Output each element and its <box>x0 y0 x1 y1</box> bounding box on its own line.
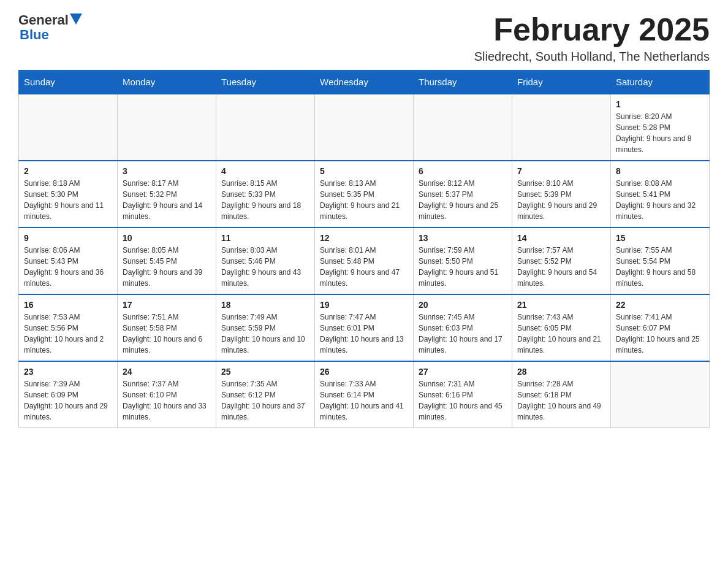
day-info: Sunrise: 7:51 AMSunset: 5:58 PMDaylight:… <box>123 312 211 356</box>
calendar-cell: 23Sunrise: 7:39 AMSunset: 6:09 PMDayligh… <box>19 361 118 428</box>
day-info: Sunrise: 8:15 AMSunset: 5:33 PMDaylight:… <box>221 178 309 222</box>
day-info: Sunrise: 7:45 AMSunset: 6:03 PMDaylight:… <box>419 312 507 356</box>
day-info: Sunrise: 7:53 AMSunset: 5:56 PMDaylight:… <box>24 312 112 356</box>
day-number: 19 <box>320 300 408 310</box>
day-info: Sunrise: 7:49 AMSunset: 5:59 PMDaylight:… <box>221 312 309 356</box>
day-number: 22 <box>616 300 704 310</box>
calendar-cell <box>611 361 710 428</box>
week-row-1: 1Sunrise: 8:20 AMSunset: 5:28 PMDaylight… <box>19 94 710 161</box>
day-info: Sunrise: 7:37 AMSunset: 6:10 PMDaylight:… <box>123 378 211 423</box>
calendar-cell: 15Sunrise: 7:55 AMSunset: 5:54 PMDayligh… <box>611 228 710 294</box>
calendar-cell <box>216 94 315 161</box>
day-info: Sunrise: 8:13 AMSunset: 5:35 PMDaylight:… <box>320 178 408 222</box>
week-row-5: 23Sunrise: 7:39 AMSunset: 6:09 PMDayligh… <box>19 361 710 428</box>
calendar-cell: 24Sunrise: 7:37 AMSunset: 6:10 PMDayligh… <box>118 361 216 428</box>
day-info: Sunrise: 7:28 AMSunset: 6:18 PMDaylight:… <box>517 378 605 423</box>
calendar-cell: 17Sunrise: 7:51 AMSunset: 5:58 PMDayligh… <box>118 294 216 361</box>
day-info: Sunrise: 8:03 AMSunset: 5:46 PMDaylight:… <box>221 245 309 289</box>
calendar-cell: 27Sunrise: 7:31 AMSunset: 6:16 PMDayligh… <box>414 361 512 428</box>
day-number: 25 <box>221 367 309 377</box>
calendar-table: SundayMondayTuesdayWednesdayThursdayFrid… <box>18 70 710 428</box>
location-subtitle: Sliedrecht, South Holland, The Netherlan… <box>474 50 710 64</box>
day-number: 12 <box>320 233 408 243</box>
day-number: 28 <box>517 367 605 377</box>
day-number: 7 <box>517 166 605 176</box>
day-info: Sunrise: 7:31 AMSunset: 6:16 PMDaylight:… <box>419 378 507 423</box>
day-info: Sunrise: 8:08 AMSunset: 5:41 PMDaylight:… <box>616 178 704 222</box>
week-row-3: 9Sunrise: 8:06 AMSunset: 5:43 PMDaylight… <box>19 228 710 294</box>
calendar-cell: 28Sunrise: 7:28 AMSunset: 6:18 PMDayligh… <box>512 361 611 428</box>
day-info: Sunrise: 8:05 AMSunset: 5:45 PMDaylight:… <box>123 245 211 289</box>
day-number: 2 <box>24 166 112 176</box>
day-number: 21 <box>517 300 605 310</box>
day-number: 17 <box>123 300 211 310</box>
day-number: 6 <box>419 166 507 176</box>
week-row-2: 2Sunrise: 8:18 AMSunset: 5:30 PMDaylight… <box>19 161 710 228</box>
day-info: Sunrise: 7:47 AMSunset: 6:01 PMDaylight:… <box>320 312 408 356</box>
calendar-cell: 22Sunrise: 7:41 AMSunset: 6:07 PMDayligh… <box>611 294 710 361</box>
day-number: 5 <box>320 166 408 176</box>
calendar-cell: 1Sunrise: 8:20 AMSunset: 5:28 PMDaylight… <box>611 94 710 161</box>
week-row-4: 16Sunrise: 7:53 AMSunset: 5:56 PMDayligh… <box>19 294 710 361</box>
calendar-cell <box>315 94 414 161</box>
day-number: 8 <box>616 166 704 176</box>
day-number: 26 <box>320 367 408 377</box>
calendar-cell: 25Sunrise: 7:35 AMSunset: 6:12 PMDayligh… <box>216 361 315 428</box>
day-number: 14 <box>517 233 605 243</box>
calendar-cell: 19Sunrise: 7:47 AMSunset: 6:01 PMDayligh… <box>315 294 414 361</box>
day-info: Sunrise: 7:33 AMSunset: 6:14 PMDaylight:… <box>320 378 408 423</box>
weekday-header-saturday: Saturday <box>611 71 710 94</box>
calendar-cell: 3Sunrise: 8:17 AMSunset: 5:32 PMDaylight… <box>118 161 216 228</box>
weekday-header-tuesday: Tuesday <box>216 71 315 94</box>
day-info: Sunrise: 8:18 AMSunset: 5:30 PMDaylight:… <box>24 178 112 222</box>
day-number: 24 <box>123 367 211 377</box>
calendar-cell <box>19 94 118 161</box>
day-info: Sunrise: 7:57 AMSunset: 5:52 PMDaylight:… <box>517 245 605 289</box>
calendar-cell: 8Sunrise: 8:08 AMSunset: 5:41 PMDaylight… <box>611 161 710 228</box>
day-number: 11 <box>221 233 309 243</box>
day-info: Sunrise: 7:39 AMSunset: 6:09 PMDaylight:… <box>24 378 112 423</box>
day-number: 3 <box>123 166 211 176</box>
weekday-header-sunday: Sunday <box>19 71 118 94</box>
logo-blue-text: Blue <box>20 27 49 42</box>
calendar-cell: 18Sunrise: 7:49 AMSunset: 5:59 PMDayligh… <box>216 294 315 361</box>
header: General Blue February 2025 Sliedrecht, S… <box>18 12 710 64</box>
day-info: Sunrise: 7:55 AMSunset: 5:54 PMDaylight:… <box>616 245 704 289</box>
logo-triangle-icon <box>70 13 82 25</box>
day-number: 1 <box>616 99 704 109</box>
weekday-header-row: SundayMondayTuesdayWednesdayThursdayFrid… <box>19 71 710 94</box>
day-info: Sunrise: 7:41 AMSunset: 6:07 PMDaylight:… <box>616 312 704 356</box>
calendar-cell: 13Sunrise: 7:59 AMSunset: 5:50 PMDayligh… <box>414 228 512 294</box>
day-number: 9 <box>24 233 112 243</box>
day-number: 27 <box>419 367 507 377</box>
calendar-cell <box>414 94 512 161</box>
calendar-cell: 6Sunrise: 8:12 AMSunset: 5:37 PMDaylight… <box>414 161 512 228</box>
calendar-cell: 11Sunrise: 8:03 AMSunset: 5:46 PMDayligh… <box>216 228 315 294</box>
calendar-cell <box>118 94 216 161</box>
day-info: Sunrise: 8:12 AMSunset: 5:37 PMDaylight:… <box>419 178 507 222</box>
logo-general-text: General <box>18 12 69 28</box>
day-number: 16 <box>24 300 112 310</box>
calendar-cell: 21Sunrise: 7:43 AMSunset: 6:05 PMDayligh… <box>512 294 611 361</box>
day-number: 18 <box>221 300 309 310</box>
weekday-header-monday: Monday <box>118 71 216 94</box>
calendar-cell: 20Sunrise: 7:45 AMSunset: 6:03 PMDayligh… <box>414 294 512 361</box>
day-info: Sunrise: 8:10 AMSunset: 5:39 PMDaylight:… <box>517 178 605 222</box>
calendar-cell: 9Sunrise: 8:06 AMSunset: 5:43 PMDaylight… <box>19 228 118 294</box>
calendar-cell: 14Sunrise: 7:57 AMSunset: 5:52 PMDayligh… <box>512 228 611 294</box>
day-number: 15 <box>616 233 704 243</box>
day-info: Sunrise: 8:20 AMSunset: 5:28 PMDaylight:… <box>616 111 704 155</box>
calendar-cell: 5Sunrise: 8:13 AMSunset: 5:35 PMDaylight… <box>315 161 414 228</box>
day-number: 13 <box>419 233 507 243</box>
day-info: Sunrise: 8:01 AMSunset: 5:48 PMDaylight:… <box>320 245 408 289</box>
day-info: Sunrise: 8:17 AMSunset: 5:32 PMDaylight:… <box>123 178 211 222</box>
day-number: 23 <box>24 367 112 377</box>
logo: General Blue <box>18 12 82 43</box>
day-number: 10 <box>123 233 211 243</box>
calendar-cell: 16Sunrise: 7:53 AMSunset: 5:56 PMDayligh… <box>19 294 118 361</box>
day-info: Sunrise: 7:35 AMSunset: 6:12 PMDaylight:… <box>221 378 309 423</box>
day-info: Sunrise: 8:06 AMSunset: 5:43 PMDaylight:… <box>24 245 112 289</box>
day-number: 20 <box>419 300 507 310</box>
day-info: Sunrise: 7:59 AMSunset: 5:50 PMDaylight:… <box>419 245 507 289</box>
calendar-cell: 4Sunrise: 8:15 AMSunset: 5:33 PMDaylight… <box>216 161 315 228</box>
